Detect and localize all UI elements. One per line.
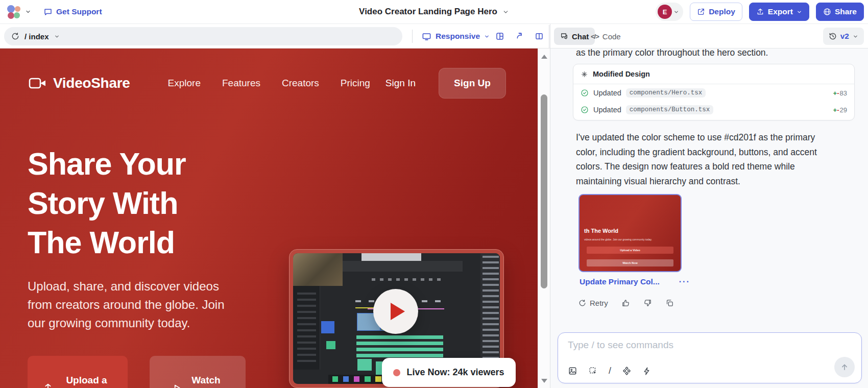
chat-input[interactable] (568, 340, 792, 351)
upload-video-button[interactable]: Upload a Video (28, 356, 128, 388)
check-circle-icon (581, 106, 589, 114)
monitor-icon (422, 32, 431, 41)
thumbnail-heading: th The World (584, 228, 618, 234)
export-chevron-down-icon (797, 9, 802, 15)
brand-name: VideoShare (53, 75, 130, 91)
chat-input-container: / (558, 332, 862, 383)
chat-panel: as the primary color throughout the hero… (550, 48, 868, 388)
title-chevron-down-icon[interactable] (502, 9, 509, 15)
bolt-icon[interactable] (642, 367, 652, 376)
update-row: Updated components/Button.tsx +-29 (573, 101, 854, 120)
workspace-chevron-down-icon[interactable] (25, 9, 31, 15)
get-support-label: Get Support (56, 7, 102, 16)
account-chevron-down-icon (673, 9, 679, 15)
app-window: Get Support Video Creator Landing Page H… (0, 0, 868, 388)
copy-icon[interactable] (665, 299, 674, 307)
play-icon (391, 303, 405, 320)
export-button[interactable]: Export (749, 3, 809, 21)
sign-up-button[interactable]: Sign Up (439, 68, 506, 99)
thumbnail-watch-button: Watch Now (587, 259, 673, 266)
version-chevron-down-icon (853, 34, 858, 39)
url-bar[interactable]: / index (4, 27, 402, 45)
select-element-icon[interactable] (588, 366, 598, 376)
top-header: Get Support Video Creator Landing Page H… (0, 0, 868, 24)
nav-pricing[interactable]: Pricing (341, 78, 370, 89)
file-chip[interactable]: components/Hero.tsx (626, 88, 706, 98)
history-icon (829, 32, 837, 40)
check-circle-icon (581, 89, 589, 97)
scroll-up-arrow[interactable] (541, 55, 547, 59)
nav-explore[interactable]: Explore (168, 78, 201, 89)
version-label: v2 (840, 32, 849, 41)
deploy-icon (697, 8, 705, 16)
scrollbar-thumb[interactable] (541, 94, 547, 288)
responsive-mode-dropdown[interactable]: Responsive (422, 27, 490, 45)
site-nav: Explore Features Creators Pricing (168, 78, 370, 89)
version-link[interactable]: Update Primary Col... (580, 277, 660, 286)
url-chevron-down-icon[interactable] (54, 34, 60, 39)
retry-button[interactable]: Retry (578, 299, 608, 307)
open-external-icon[interactable] (512, 29, 526, 43)
toolbar-divider (549, 25, 549, 48)
reload-icon[interactable] (11, 32, 19, 40)
thumbs-up-icon[interactable] (621, 299, 630, 307)
sign-in-link[interactable]: Sign In (385, 78, 416, 89)
nav-creators[interactable]: Creators (282, 78, 319, 89)
preview-scrollbar[interactable] (538, 48, 550, 388)
message-actions: Retry (578, 299, 674, 307)
image-attach-icon[interactable] (568, 366, 577, 376)
avatar: E (658, 5, 672, 19)
sparkle-icon (581, 70, 588, 78)
thumbs-down-icon[interactable] (643, 299, 652, 307)
watch-now-label: Watch Now (188, 373, 224, 388)
send-button[interactable] (834, 357, 855, 377)
diff-stats: +-29 (833, 106, 847, 114)
live-dot-icon (393, 369, 400, 376)
tab-code[interactable]: </> Code (591, 28, 621, 45)
more-options-icon[interactable]: ··· (679, 277, 690, 286)
watch-now-button[interactable]: Watch Now (150, 356, 246, 388)
assistant-message: I've updated the color scheme to use #cd… (576, 130, 837, 188)
account-menu[interactable]: E (656, 3, 683, 21)
app-logo-icon[interactable] (7, 5, 21, 19)
chat-bubble-icon (43, 7, 53, 16)
hero-heading: Share Your Story With The World (28, 144, 186, 262)
share-button[interactable]: Share (816, 3, 864, 21)
code-tab-label: Code (602, 32, 621, 41)
export-label: Export (768, 7, 793, 16)
upload-icon (42, 382, 54, 388)
share-label: Share (835, 7, 857, 16)
split-view-icon[interactable] (532, 29, 546, 43)
components-icon[interactable] (622, 366, 632, 376)
nav-features[interactable]: Features (222, 78, 260, 89)
get-support-button[interactable]: Get Support (43, 7, 102, 16)
live-badge: Live Now: 24k viewers (382, 358, 516, 387)
live-badge-label: Live Now: 24k viewers (406, 367, 504, 378)
file-chip[interactable]: components/Button.tsx (626, 105, 714, 114)
panels-icon[interactable] (493, 29, 507, 43)
code-icon: </> (591, 33, 599, 40)
chat-tab-label: Chat (572, 32, 589, 41)
thumbnail-subtext: videos around the globe. Join our growin… (584, 238, 652, 241)
diff-stats: +-83 (833, 89, 847, 97)
responsive-chevron-down-icon (484, 34, 490, 39)
globe-icon (823, 8, 831, 16)
thumbnail-upload-button: Upload a Video (587, 247, 673, 254)
scroll-down-arrow[interactable] (541, 379, 547, 383)
slash-command-icon[interactable]: / (609, 366, 611, 376)
responsive-label: Responsive (436, 32, 480, 41)
version-thumbnail[interactable]: th The World videos around the globe. Jo… (578, 194, 682, 272)
play-outline-icon (172, 383, 182, 388)
tab-chat[interactable]: Chat (554, 28, 595, 45)
videoshare-logo[interactable]: VideoShare (29, 75, 130, 91)
update-label: Updated (593, 106, 621, 114)
hero-subtext: Upload, share, and discover videos from … (28, 277, 238, 332)
site-preview: VideoShare Explore Features Creators Pri… (0, 48, 538, 388)
version-history-dropdown[interactable]: v2 (823, 28, 864, 45)
play-button[interactable] (373, 289, 418, 334)
update-label: Updated (593, 89, 621, 97)
deploy-button[interactable]: Deploy (690, 3, 742, 21)
preview-toolbar: / index Responsive (0, 24, 868, 48)
export-upload-icon (756, 8, 764, 16)
deploy-label: Deploy (709, 7, 735, 16)
